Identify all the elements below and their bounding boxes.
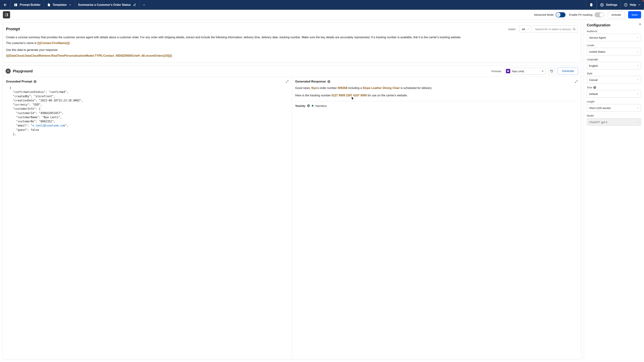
document-icon (47, 3, 50, 7)
playground-title: Playground (13, 69, 33, 73)
triangle-down-icon (636, 50, 639, 53)
svg-point-10 (508, 71, 508, 71)
svg-line-15 (287, 80, 288, 82)
hl-tracking-number: 0127 9009 2397 4167 0000 (332, 94, 367, 97)
insert-resource-search[interactable] (533, 26, 578, 33)
expand-button[interactable] (575, 80, 578, 83)
triangle-down-icon (636, 64, 639, 67)
status-dot-harmless (312, 105, 314, 107)
svg-point-2 (602, 4, 602, 6)
help-icon (624, 3, 628, 7)
triangle-down-icon (636, 93, 639, 95)
svg-line-18 (575, 82, 576, 83)
svg-rect-1 (16, 4, 17, 6)
language-select[interactable]: English (587, 62, 641, 70)
einstein-icon (589, 3, 593, 7)
svg-point-7 (8, 71, 9, 72)
language-label: Language (587, 58, 641, 61)
preview-contact-chip[interactable]: Nya Lentz (504, 68, 546, 74)
info-icon[interactable]: i (328, 80, 330, 83)
layout-icon (14, 3, 18, 7)
svg-line-6 (575, 30, 575, 30)
prompt-panel: Prompt Insert: All Create a concise summ… (2, 22, 581, 63)
close-icon (638, 23, 642, 26)
back-button[interactable] (0, 0, 11, 10)
length-select[interactable]: Short (100 words) (587, 104, 641, 112)
generate-button[interactable]: Generate (558, 68, 578, 74)
nav-templates[interactable]: Templates (44, 0, 75, 10)
expand-button[interactable] (286, 80, 288, 83)
close-sidebar-button[interactable] (638, 23, 642, 26)
gear-icon (600, 3, 604, 7)
style-label: Style (587, 72, 641, 75)
style-select[interactable]: Casual (587, 76, 641, 84)
model-select[interactable]: ChatGPT gpt-4 (587, 118, 641, 126)
audience-select[interactable]: Service Agent (587, 34, 641, 41)
info-icon[interactable]: i (34, 80, 36, 83)
locale-select[interactable]: United States (587, 48, 641, 56)
top-navigation: Prompt Builder Templates Summarize a Cus… (0, 0, 644, 10)
chevron-down-icon (143, 4, 145, 6)
current-tab[interactable]: Summarize a Customer's Order Status (75, 0, 140, 10)
prompt-editor[interactable]: Create a concise summary that provides t… (6, 35, 578, 58)
info-icon[interactable]: i (593, 86, 596, 89)
merge-field-datacloud[interactable]: {{{DataCloud.DataCloudRetrieve:RealTimeP… (6, 54, 172, 57)
nav-help[interactable]: Help (620, 0, 644, 10)
configuration-title: Configuration (587, 23, 641, 27)
history-button[interactable] (548, 68, 555, 74)
triangle-down-icon (636, 79, 639, 81)
playground-panel: Playground Preview: Nya Lentz Generate (2, 65, 581, 360)
triangle-down-icon (527, 28, 529, 30)
info-icon[interactable]: i (307, 104, 310, 107)
email-link[interactable]: n.lentz@luxeloom.com (32, 124, 65, 127)
hl-customer-name: Nya (311, 86, 316, 90)
grounded-prompt-title: Grounded Prompt (6, 80, 32, 83)
configuration-sidebar: Configuration Audience Service Agent Loc… (584, 20, 644, 362)
prompt-text: The customer's name is (6, 42, 37, 44)
audience-label: Audience (587, 30, 641, 33)
history-icon (550, 70, 554, 73)
triangle-down-icon (636, 121, 639, 123)
advanced-mode-toggle[interactable] (556, 12, 566, 17)
clear-contact-button[interactable] (541, 70, 544, 72)
generated-response-title: Generated Response (295, 80, 326, 83)
nav-help-label: Help (630, 3, 636, 6)
tab-menu[interactable] (140, 0, 148, 10)
svg-point-8 (7, 70, 9, 72)
chevron-down-icon (69, 4, 72, 6)
preview-label: Preview: (492, 70, 502, 73)
insert-search-input[interactable] (535, 28, 571, 31)
svg-point-4 (626, 6, 626, 6)
edit-icon[interactable] (133, 4, 136, 6)
length-label: Length (587, 100, 641, 103)
nav-templates-label: Templates (53, 3, 67, 6)
generated-response-text: Good news, Nya's order number 009268 inc… (295, 86, 578, 108)
activate-button[interactable]: Activate (608, 11, 624, 18)
contact-avatar-icon (506, 69, 510, 73)
playground-icon (6, 68, 11, 74)
save-button[interactable]: Save (628, 11, 641, 18)
layout-toggle-button[interactable] (3, 11, 10, 18)
insert-label: Insert: (508, 28, 516, 31)
triangle-down-icon (636, 107, 639, 109)
toxicity-value: Harmless (315, 104, 327, 108)
generated-response-column: Generated Response i Good news, Nya's or… (292, 77, 581, 359)
nav-prompt-builder[interactable]: Prompt Builder (11, 0, 44, 10)
chevron-down-icon (638, 4, 641, 6)
svg-line-17 (576, 80, 578, 82)
tone-select[interactable]: Default (587, 90, 641, 98)
expand-icon (575, 80, 578, 83)
pii-masking-toggle[interactable] (594, 12, 604, 17)
nav-settings-label: Settings (606, 3, 617, 6)
insert-filter-select[interactable]: All (519, 26, 531, 33)
nav-settings[interactable]: Settings (597, 0, 620, 10)
svg-rect-0 (14, 4, 16, 6)
triangle-down-icon (636, 36, 639, 38)
prompt-text: Use this data to generate your response: (6, 48, 58, 52)
merge-field-contact-firstname[interactable]: {{{Contact.FirstName}}} (37, 42, 70, 44)
pii-masking-label: Enable PII masking (569, 13, 592, 16)
prompt-text: Create a concise summary that provides t… (6, 36, 461, 39)
action-bar: Advanced Mode Enable PII masking Activat… (0, 10, 644, 20)
model-label: Model (587, 114, 641, 117)
trust-icon-button[interactable] (586, 0, 597, 10)
